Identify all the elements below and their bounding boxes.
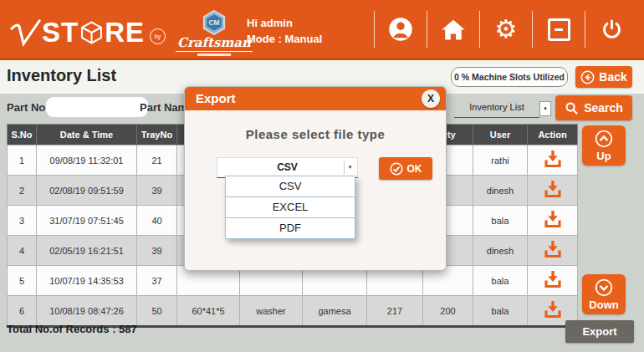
- table-cell: 40: [137, 206, 177, 236]
- table-cell: 1: [8, 145, 37, 176]
- table-cell: 21: [137, 145, 177, 176]
- craftsman-underline: [197, 54, 231, 56]
- close-icon[interactable]: X: [422, 89, 440, 108]
- settings-icon[interactable]: ⚙: [479, 11, 532, 48]
- home-icon[interactable]: [427, 11, 479, 48]
- table-cell: 2: [8, 176, 37, 206]
- inventory-list-screen: ST RE by CM Craftsman Hi admin Mode : Ma…: [0, 0, 644, 352]
- action-cell: [528, 176, 578, 206]
- user-icon[interactable]: [374, 11, 427, 48]
- column-header: S.No: [8, 125, 37, 145]
- back-button[interactable]: Back: [575, 66, 632, 88]
- by-badge: by: [150, 28, 166, 44]
- download-icon[interactable]: [543, 240, 563, 259]
- export-button[interactable]: Export: [565, 320, 634, 343]
- file-type-option[interactable]: EXCEL: [225, 196, 355, 218]
- header-icon-bar: ⚙: [374, 11, 637, 48]
- table-cell: 4: [8, 236, 37, 266]
- scroll-down-button[interactable]: Down: [582, 274, 626, 314]
- greeting-text: Hi admin: [247, 15, 322, 31]
- power-icon[interactable]: [585, 11, 637, 48]
- file-type-value: CSV: [217, 158, 357, 176]
- chevron-down-icon: ▾: [344, 161, 355, 174]
- ok-button[interactable]: OK: [379, 157, 432, 180]
- magnifier-icon: [565, 101, 579, 115]
- list-type-value: Inventory List: [454, 99, 539, 115]
- check-circle-icon: [390, 162, 403, 176]
- craftsman-logo: CM Craftsman: [176, 10, 253, 56]
- part-no-input[interactable]: [46, 97, 148, 117]
- part-no-label: Part No: [7, 101, 45, 114]
- chevron-down-icon: ▾: [539, 101, 551, 116]
- total-records-label: Total No.of Records : 587: [7, 323, 137, 335]
- logo-text-left: ST: [42, 16, 79, 49]
- table-cell: dinesh: [473, 236, 528, 266]
- vstore-logo: ST RE by CM Craftsman: [10, 8, 253, 56]
- table-cell: 37: [137, 266, 177, 296]
- table-cell: washer: [240, 296, 303, 327]
- file-type-options: CSVEXCELPDF: [225, 176, 355, 239]
- export-modal-header: Export: [185, 87, 446, 110]
- page-title: Inventory List: [7, 66, 116, 85]
- table-cell: bala: [473, 296, 528, 327]
- action-cell: [528, 266, 578, 296]
- export-modal-title: Export: [185, 87, 446, 110]
- machine-slots-badge: 0 % Machine Slots Utilized: [451, 67, 568, 87]
- craftsman-badge-text: CM: [208, 18, 219, 27]
- column-header: TrayNo: [137, 125, 177, 145]
- arrow-up-circle-icon: [595, 130, 613, 148]
- column-header: Date & Time: [37, 125, 137, 145]
- column-header: User: [473, 125, 528, 145]
- table-cell: rathi: [473, 145, 528, 176]
- v-swoosh-icon: [10, 18, 42, 48]
- table-cell: 39: [137, 176, 177, 206]
- mode-text: Mode : Manual: [247, 31, 322, 47]
- table-cell: 6: [8, 296, 37, 327]
- action-cell: [528, 236, 578, 266]
- download-icon[interactable]: [543, 300, 563, 319]
- table-cell: gamesa: [303, 296, 367, 327]
- back-label: Back: [599, 70, 626, 84]
- table-row: 610/08/19 08:47:265060*41*5washergamesa2…: [8, 296, 578, 327]
- search-label: Search: [584, 101, 623, 115]
- action-cell: [528, 206, 578, 236]
- table-cell: 5: [8, 266, 37, 296]
- table-cell: 31/07/19 07:51:45: [37, 206, 137, 236]
- action-cell: [528, 145, 578, 176]
- app-header: ST RE by CM Craftsman Hi admin Mode : Ma…: [0, 0, 644, 60]
- table-cell: 09/08/19 11:32:01: [37, 145, 137, 176]
- scroll-up-button[interactable]: Up: [582, 125, 626, 166]
- table-cell: 10/07/19 14:35:53: [37, 266, 137, 296]
- session-info: Hi admin Mode : Manual: [247, 15, 322, 47]
- table-cell: 60*41*5: [177, 296, 240, 327]
- table-cell: bala: [473, 206, 528, 236]
- down-label: Down: [589, 298, 618, 311]
- arrow-left-circle-icon: [580, 70, 595, 84]
- download-icon[interactable]: [543, 210, 563, 229]
- download-icon[interactable]: [543, 270, 563, 289]
- minimize-icon[interactable]: [532, 11, 585, 48]
- table-cell: 3: [8, 206, 37, 236]
- download-icon[interactable]: [543, 180, 563, 199]
- up-label: Up: [596, 150, 611, 162]
- table-cell: 200: [423, 296, 473, 327]
- arrow-down-circle-icon: [595, 278, 613, 297]
- export-modal: Export X Please select file type CSV ▾ O…: [184, 86, 447, 271]
- file-type-option[interactable]: PDF: [225, 217, 355, 239]
- search-button[interactable]: Search: [555, 95, 632, 120]
- download-icon[interactable]: [543, 150, 563, 169]
- logo-text-right: RE: [105, 16, 145, 49]
- table-cell: dinesh: [473, 176, 528, 206]
- table-cell: 39: [137, 236, 177, 266]
- column-header: Action: [528, 125, 578, 145]
- list-type-select[interactable]: Inventory List ▾: [454, 99, 539, 118]
- ok-label: OK: [407, 163, 422, 175]
- file-type-option[interactable]: CSV: [225, 176, 355, 197]
- table-cell: 02/05/19 16:21:51: [37, 236, 137, 266]
- cube-icon: [80, 20, 103, 45]
- table-cell: 217: [367, 296, 423, 327]
- craftsman-script: Craftsman: [176, 35, 253, 52]
- table-cell: bala: [473, 266, 528, 296]
- table-cell: 50: [137, 296, 177, 327]
- file-type-prompt: Please select file type: [185, 127, 446, 141]
